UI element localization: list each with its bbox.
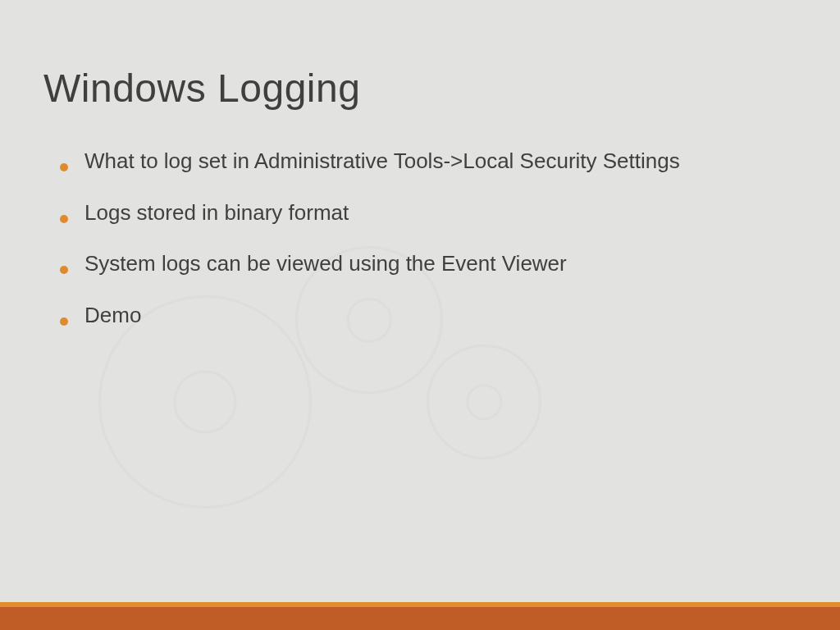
slide-title: Windows Logging bbox=[43, 66, 360, 111]
list-item: Logs stored in binary format bbox=[60, 199, 791, 226]
bullet-text: What to log set in Administrative Tools-… bbox=[84, 148, 680, 175]
slide: Windows Logging What to log set in Admin… bbox=[0, 0, 840, 630]
bullet-icon bbox=[60, 215, 68, 223]
bullet-icon bbox=[60, 266, 68, 274]
slide-body: What to log set in Administrative Tools-… bbox=[60, 148, 791, 353]
bullet-icon bbox=[60, 163, 68, 171]
footer-accent-bar bbox=[0, 602, 840, 630]
bullet-text: Logs stored in binary format bbox=[84, 199, 349, 226]
bullet-text: System logs can be viewed using the Even… bbox=[84, 250, 567, 277]
footer-accent-bottom bbox=[0, 607, 840, 630]
list-item: What to log set in Administrative Tools-… bbox=[60, 148, 791, 175]
list-item: Demo bbox=[60, 302, 791, 329]
bullet-icon bbox=[60, 317, 68, 326]
list-item: System logs can be viewed using the Even… bbox=[60, 250, 791, 277]
bullet-text: Demo bbox=[84, 302, 141, 329]
